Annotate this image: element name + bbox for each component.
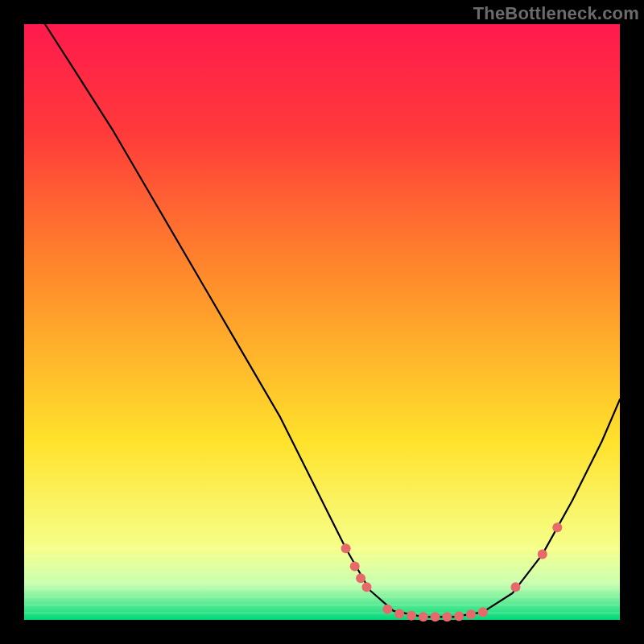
chart-stage: TheBottleneck.com (0, 0, 644, 644)
marker-dot (478, 607, 488, 617)
marker-dot (431, 612, 440, 621)
svg-rect-16 (24, 612, 620, 614)
marker-dot (407, 611, 416, 621)
svg-rect-6 (24, 572, 620, 574)
svg-rect-13 (24, 600, 620, 602)
svg-rect-14 (24, 604, 620, 606)
marker-dot (511, 582, 521, 592)
svg-rect-9 (24, 584, 620, 586)
marker-dot (466, 609, 476, 619)
svg-rect-10 (24, 588, 620, 590)
marker-dot (350, 561, 360, 571)
marker-dot (552, 522, 562, 532)
svg-rect-2 (24, 555, 620, 558)
marker-dot (362, 582, 372, 592)
svg-rect-12 (24, 596, 620, 598)
svg-rect-8 (24, 580, 620, 582)
svg-rect-7 (24, 576, 620, 578)
svg-rect-11 (24, 592, 620, 594)
marker-dot (341, 543, 351, 553)
svg-rect-0 (24, 547, 620, 550)
svg-rect-17 (24, 616, 620, 618)
marker-dot (419, 612, 428, 621)
watermark-text: TheBottleneck.com (473, 3, 639, 24)
marker-dot (382, 605, 392, 614)
marker-dot (394, 609, 404, 619)
plot-background (24, 24, 620, 620)
marker-dot (356, 573, 365, 583)
marker-dot (442, 612, 452, 621)
svg-rect-1 (24, 551, 620, 554)
svg-rect-3 (24, 559, 620, 562)
svg-rect-4 (24, 564, 620, 566)
marker-dot (454, 612, 464, 621)
marker-dot (538, 550, 547, 559)
svg-rect-15 (24, 608, 620, 610)
chart-svg (0, 0, 644, 644)
